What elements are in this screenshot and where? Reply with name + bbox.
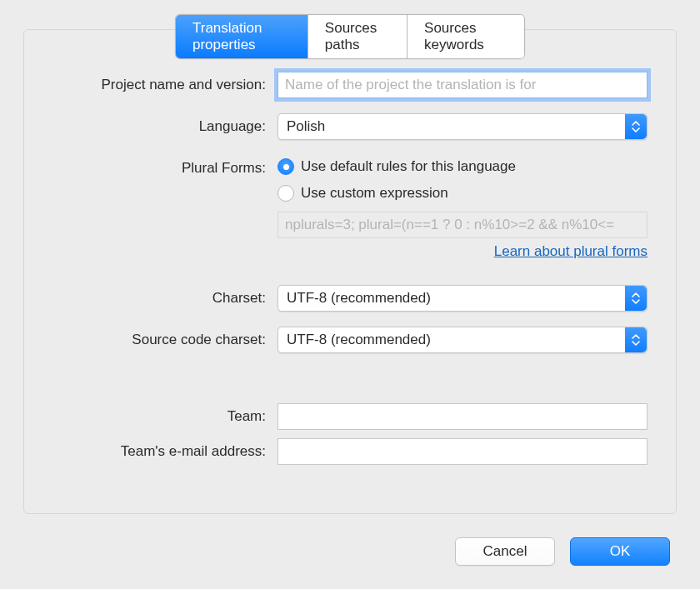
language-select-value: Polish bbox=[278, 113, 648, 140]
language-label: Language: bbox=[52, 113, 278, 135]
chevron-down-icon bbox=[625, 286, 647, 311]
dialog-buttons: Cancel OK bbox=[455, 537, 670, 566]
language-select[interactable]: Polish bbox=[278, 113, 648, 140]
source-charset-label: Source code charset: bbox=[52, 327, 278, 348]
team-email-label: Team's e-mail address: bbox=[52, 438, 278, 460]
chevron-down-icon bbox=[625, 114, 647, 139]
team-input[interactable] bbox=[278, 403, 648, 430]
team-email-input[interactable] bbox=[278, 438, 648, 465]
plural-expression-input bbox=[278, 212, 648, 238]
project-name-label: Project name and version: bbox=[52, 72, 278, 93]
team-label: Team: bbox=[52, 403, 278, 425]
plural-custom-radio-label: Use custom expression bbox=[301, 185, 448, 202]
plural-custom-radio[interactable] bbox=[278, 185, 294, 202]
chevron-down-icon bbox=[625, 327, 647, 352]
ok-button[interactable]: OK bbox=[570, 537, 670, 566]
plural-default-radio-label: Use default rules for this language bbox=[301, 158, 516, 175]
tab-sources-keywords[interactable]: Sources keywords bbox=[408, 15, 524, 58]
charset-select[interactable]: UTF-8 (recommended) bbox=[278, 285, 648, 312]
project-name-input[interactable] bbox=[278, 72, 648, 98]
properties-panel: Project name and version: Language: Poli… bbox=[23, 29, 677, 514]
plural-default-radio[interactable] bbox=[278, 158, 294, 175]
plural-help-link[interactable]: Learn about plural forms bbox=[494, 243, 648, 259]
plural-forms-label: Plural Forms: bbox=[52, 155, 278, 177]
source-charset-select[interactable]: UTF-8 (recommended) bbox=[278, 327, 648, 353]
charset-label: Charset: bbox=[52, 285, 278, 307]
tab-translation-properties[interactable]: Translation properties bbox=[176, 15, 308, 58]
tab-bar: Translation properties Sources paths Sou… bbox=[175, 14, 525, 59]
charset-select-value: UTF-8 (recommended) bbox=[278, 285, 648, 312]
source-charset-select-value: UTF-8 (recommended) bbox=[278, 327, 648, 353]
tab-sources-paths[interactable]: Sources paths bbox=[308, 15, 408, 58]
cancel-button[interactable]: Cancel bbox=[455, 537, 555, 566]
